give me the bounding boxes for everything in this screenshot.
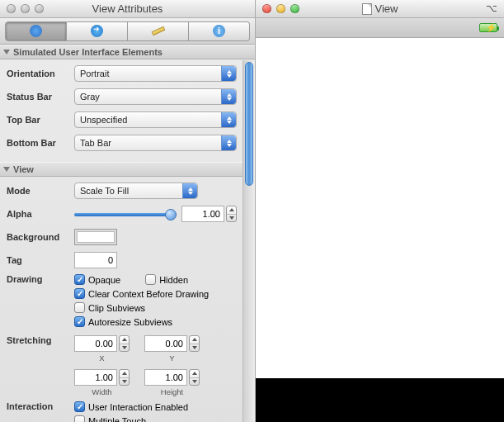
topbar-select[interactable]: Unspecified [74, 111, 237, 128]
checkbox-icon [74, 401, 85, 412]
stretch-x-input[interactable] [74, 335, 117, 352]
background-label: Background [7, 232, 74, 242]
tag-label: Tag [7, 255, 74, 265]
mode-label: Mode [7, 186, 74, 196]
checkbox-label: Hidden [159, 275, 188, 285]
stretch-y-sublabel: Y [169, 353, 174, 363]
select-arrows-icon [221, 135, 236, 150]
close-button[interactable] [262, 4, 271, 13]
statusbar-select[interactable]: Gray [74, 88, 237, 105]
select-value: Portrait [80, 69, 109, 78]
select-value: Tab Bar [80, 138, 111, 148]
alpha-slider[interactable] [74, 207, 177, 220]
stretching-label: Stretching [7, 335, 74, 345]
minimize-button[interactable] [21, 4, 30, 13]
stretch-width-sublabel: Width [92, 387, 111, 396]
alpha-label: Alpha [7, 209, 74, 219]
checkbox-icon [74, 316, 85, 327]
autoresize-checkbox-row[interactable]: Autoresize Subviews [74, 316, 237, 327]
bottombar-label: Bottom Bar [7, 138, 74, 148]
stretch-y-stepper[interactable] [189, 335, 200, 352]
multipletouch-checkbox-row[interactable]: Multiple Touch [74, 415, 188, 422]
bottombar-select[interactable]: Tab Bar [74, 135, 237, 151]
inspector-toolbar: i [0, 18, 255, 45]
clipsubviews-checkbox-row[interactable]: Clip Subviews [74, 302, 237, 313]
alpha-stepper[interactable] [226, 206, 237, 222]
window-controls [256, 4, 299, 13]
alpha-input[interactable] [181, 206, 224, 222]
select-arrows-icon [182, 183, 197, 198]
minimize-button[interactable] [276, 4, 285, 13]
orientation-select[interactable]: Portrait [74, 65, 237, 82]
attributes-inspector-window: View Attributes i Simulated User Interfa… [0, 0, 256, 422]
titlebar-left: View Attributes [0, 0, 255, 18]
checkbox-label: Clear Context Before Drawing [88, 289, 209, 299]
stretch-width-stepper[interactable] [119, 369, 130, 386]
battery-icon: ⚡ [479, 23, 497, 32]
checkbox-label: Opaque [88, 275, 120, 285]
size-tab[interactable] [128, 21, 189, 41]
attributes-tab[interactable] [5, 21, 67, 41]
anchor-icon [30, 25, 42, 37]
simulated-tab-bar [256, 378, 504, 422]
close-button[interactable] [7, 4, 16, 13]
stretch-height-stepper[interactable] [189, 369, 200, 386]
toolbar-toggle-icon[interactable]: ⌥ [486, 2, 499, 14]
statusbar-label: Status Bar [7, 92, 74, 102]
section-title: Simulated User Interface Elements [13, 47, 163, 57]
stretch-y-input[interactable] [144, 335, 187, 352]
select-value: Scale To Fill [80, 186, 129, 196]
zoom-button[interactable] [35, 4, 44, 13]
info-icon: i [213, 25, 225, 37]
stretch-x-stepper[interactable] [119, 335, 130, 352]
checkbox-icon [145, 274, 156, 285]
arrow-icon [91, 25, 103, 37]
connections-tab[interactable] [67, 21, 128, 41]
background-color-well[interactable] [74, 229, 117, 245]
checkbox-icon [74, 274, 85, 285]
checkbox-icon [74, 302, 85, 313]
checkbox-label: Autoresize Subviews [88, 317, 172, 327]
simulated-status-bar: ⚡ [256, 18, 504, 38]
ruler-icon [151, 26, 165, 36]
select-value: Gray [80, 92, 100, 102]
window-controls [0, 4, 44, 13]
titlebar-right: View ⌥ [256, 0, 504, 18]
checkbox-icon [74, 415, 85, 422]
tag-input[interactable] [74, 252, 117, 268]
hidden-checkbox-row[interactable]: Hidden [145, 274, 188, 285]
checkbox-label: Clip Subviews [88, 303, 145, 313]
stretch-width-input[interactable] [74, 369, 117, 386]
drawing-label: Drawing [7, 274, 74, 284]
checkbox-label: Multiple Touch [88, 416, 146, 423]
identity-tab[interactable]: i [189, 21, 250, 41]
simulated-ui-form: Orientation Portrait Status Bar Gray Top… [0, 59, 255, 162]
vertical-scrollbar[interactable] [243, 60, 255, 422]
view-form: Mode Scale To Fill Alpha Background Tag … [0, 177, 255, 422]
orientation-label: Orientation [7, 69, 74, 78]
document-icon [362, 3, 372, 15]
select-arrows-icon [221, 112, 236, 127]
stretch-height-sublabel: Height [161, 387, 183, 396]
zoom-button[interactable] [290, 4, 299, 13]
checkbox-label: User Interaction Enabled [88, 402, 188, 412]
select-arrows-icon [221, 89, 236, 104]
section-view[interactable]: View [0, 162, 255, 177]
opaque-checkbox-row[interactable]: Opaque [74, 274, 120, 285]
disclosure-triangle-icon [3, 50, 10, 55]
view-preview-window: View ⌥ ⚡ [256, 0, 504, 422]
topbar-label: Top Bar [7, 115, 74, 125]
stretch-x-sublabel: X [99, 353, 104, 363]
section-title: View [13, 164, 34, 174]
userinteraction-checkbox-row[interactable]: User Interaction Enabled [74, 401, 188, 412]
clearcontext-checkbox-row[interactable]: Clear Context Before Drawing [74, 288, 237, 299]
mode-select[interactable]: Scale To Fill [74, 183, 198, 199]
stretch-height-input[interactable] [144, 369, 187, 386]
disclosure-triangle-icon [3, 167, 10, 172]
section-simulated-ui[interactable]: Simulated User Interface Elements [0, 45, 255, 59]
scrollbar-thumb[interactable] [245, 62, 253, 186]
select-value: Unspecified [80, 115, 127, 125]
checkbox-icon [74, 288, 85, 299]
simulated-view-content [256, 38, 504, 378]
interaction-label: Interaction [7, 401, 74, 411]
